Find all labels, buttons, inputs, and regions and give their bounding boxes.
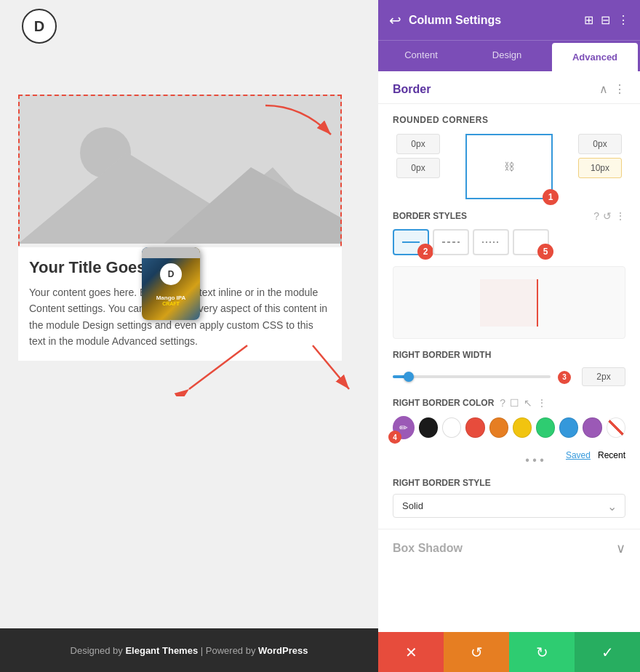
more-options-icon[interactable]: ⋮ [617, 13, 629, 27]
swatch-black[interactable] [419, 417, 438, 438]
swatch-orange[interactable] [489, 417, 508, 438]
footer-powered-by: Powered by [206, 645, 256, 656]
border-style-none[interactable]: 5 [513, 229, 549, 255]
border-style-solid[interactable]: 2 [393, 229, 429, 255]
tab-design[interactable]: Design [464, 41, 550, 71]
badge-4: 4 [388, 431, 401, 444]
confirm-button[interactable]: ✓ [575, 632, 640, 672]
panel-footer: ✕ ↺ ↻ ✓ [378, 632, 640, 672]
border-more-icon[interactable]: ⋮ [614, 82, 625, 96]
border-collapse-icon[interactable]: ∧ [599, 82, 608, 96]
divi-logo: D [22, 9, 57, 44]
corner-top-left-input[interactable] [396, 134, 440, 154]
corner-bottom-right-input[interactable] [578, 158, 622, 178]
panel-header-icons: ⊞ ⊟ ⋮ [584, 13, 629, 27]
redo-button[interactable]: ↻ [509, 632, 575, 672]
swatch-red[interactable] [465, 417, 484, 438]
right-border-color-label: Right Border Color [393, 398, 494, 408]
color-tab-saved[interactable]: Saved [566, 450, 591, 471]
corner-top-right-input[interactable] [578, 134, 622, 154]
border-width-slider[interactable] [393, 375, 551, 378]
color-cursor-icon[interactable]: ↖ [524, 397, 532, 409]
right-border-width-label: Right Border Width [393, 350, 625, 360]
footer-wordpress[interactable]: WordPress [258, 645, 308, 656]
border-style-options: 2 5 [378, 225, 640, 263]
link-icon: ⛓ [504, 161, 514, 172]
placeholder-image [18, 95, 342, 244]
border-styles-help-icon[interactable]: ? [593, 210, 599, 222]
badge-1: 1 [543, 189, 559, 205]
footer-elegant-themes[interactable]: Elegant Themes [125, 645, 198, 656]
right-border-width-field: Right Border Width 3 [378, 350, 640, 397]
tab-advanced[interactable]: Advanced [552, 43, 638, 71]
badge-5: 5 [537, 244, 553, 260]
color-swatches-row: ✏ 4 [393, 416, 625, 439]
border-styles-more-icon[interactable]: ⋮ [615, 210, 625, 222]
border-section-header: Border ∧ ⋮ [378, 71, 640, 104]
tab-content[interactable]: Content [378, 41, 464, 71]
swatch-purple[interactable] [583, 417, 601, 438]
swatch-transparent[interactable] [607, 417, 625, 438]
pencil-icon: ✏ [399, 422, 408, 433]
right-border-style-label: Right Border Style [393, 478, 625, 488]
columns-icon[interactable]: ⊟ [601, 13, 610, 27]
badge-2: 2 [417, 244, 433, 260]
box-shadow-section[interactable]: Box Shadow ∨ [378, 529, 640, 567]
border-styles-row: Border Styles ? ↺ ⋮ [378, 210, 640, 225]
swatch-green[interactable] [536, 417, 555, 438]
color-edit-button[interactable]: ✏ 4 [393, 416, 415, 439]
panel-tabs: Content Design Advanced [378, 40, 640, 71]
back-button[interactable]: ↩ [389, 12, 401, 29]
color-tab-recent[interactable]: Recent [598, 450, 625, 471]
color-more-icon[interactable]: ⋮ [537, 397, 547, 409]
settings-panel: ↩ Column Settings ⊞ ⊟ ⋮ Content Design A… [378, 0, 640, 672]
site-footer: Designed by Elegant Themes | Powered by … [0, 628, 378, 672]
border-style-dashed[interactable] [433, 229, 469, 255]
wireframe-icon[interactable]: ⊞ [584, 13, 593, 27]
footer-designed-by: Designed by [71, 645, 123, 656]
color-mobile-icon[interactable]: ☐ [510, 397, 519, 409]
more-colors-dots[interactable]: • • • [511, 450, 559, 471]
cancel-button[interactable]: ✕ [378, 632, 444, 672]
footer-separator: | [201, 645, 203, 656]
preview-area: D Your Title Goes Here Your content goes… [0, 0, 378, 672]
border-preview [393, 266, 625, 339]
rounded-corners-field: Rounded Corners ⛓ 1 [378, 104, 640, 210]
swatch-yellow[interactable] [513, 417, 532, 438]
corner-box: ⛓ 1 [465, 134, 553, 199]
border-width-input[interactable] [582, 367, 625, 386]
right-border-style-select[interactable]: None Solid Dashed Dotted Double [393, 494, 625, 518]
rounded-corners-label: Rounded Corners [393, 115, 625, 125]
corner-bottom-left-input[interactable] [396, 158, 440, 178]
badge-3: 3 [558, 371, 571, 384]
box-shadow-toggle-icon[interactable]: ∨ [616, 540, 625, 556]
right-border-color-field: Right Border Color ? ☐ ↖ ⋮ ✏ 4 [378, 397, 640, 447]
border-style-dotted[interactable] [473, 229, 509, 255]
color-help-icon[interactable]: ? [500, 397, 505, 409]
color-tabs-row: • • • Saved Recent [378, 447, 640, 478]
swatch-blue[interactable] [559, 417, 578, 438]
border-styles-label: Border Styles [393, 211, 590, 221]
panel-header: ↩ Column Settings ⊞ ⊟ ⋮ [378, 0, 640, 40]
preview-box [480, 279, 538, 327]
swatch-white[interactable] [442, 417, 461, 438]
border-styles-reset-icon[interactable]: ↺ [603, 210, 612, 222]
beer-can: D Mango IPA CRAFT [142, 247, 200, 320]
reset-button[interactable]: ↺ [444, 632, 509, 672]
box-shadow-title: Box Shadow [393, 542, 616, 555]
panel-body: Border ∧ ⋮ Rounded Corners ⛓ 1 [378, 71, 640, 632]
right-border-style-field: Right Border Style None Solid Dashed Dot… [378, 478, 640, 529]
corners-grid: ⛓ 1 [393, 134, 625, 199]
border-section-title: Border [393, 83, 599, 96]
panel-title: Column Settings [409, 14, 577, 27]
